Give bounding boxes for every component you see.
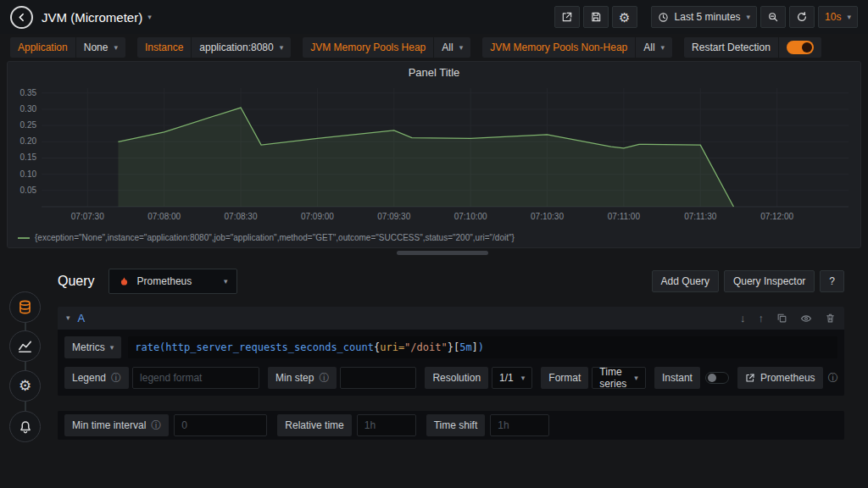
resolution-label: Resolution (425, 367, 488, 389)
y-tick-label: 0.25 (20, 120, 37, 130)
min-time-interval-input[interactable] (174, 414, 267, 436)
collapse-chevron-down-icon[interactable]: ▾ (66, 314, 70, 322)
queries-tab-content: Query Prometheus ▾ Add Query Query Inspe… (51, 261, 868, 440)
variable-instance-value[interactable]: application:8080▾ (192, 37, 291, 58)
info-icon[interactable]: ⓘ (111, 373, 121, 383)
save-button[interactable] (583, 6, 609, 28)
query-token: ) (478, 341, 484, 353)
tab-general[interactable]: ⚙ (9, 370, 41, 402)
x-tick-label: 07:10:30 (531, 212, 564, 221)
query-token: uri= (380, 341, 404, 353)
grafana-app: JVM (Micrometer) ▾ ⚙ Last 5 minutes ▾ (0, 0, 868, 488)
dashboard-settings-button[interactable]: ⚙ (612, 6, 637, 28)
resolution-select[interactable]: 1/1 ▾ (492, 367, 532, 389)
query-row-a: ▾ A ↓ ↑ (58, 307, 844, 396)
panel-title[interactable]: Panel Title (13, 64, 855, 81)
info-icon[interactable]: ⓘ (151, 420, 161, 430)
info-icon[interactable]: ⓘ (828, 373, 838, 383)
promql-expression-input[interactable]: rate(http_server_requests_seconds_count{… (128, 336, 837, 358)
x-tick-label: 07:12:00 (760, 212, 793, 221)
query-expression: rate(http_server_requests_seconds_count{… (135, 341, 484, 353)
disable-query-eye-icon[interactable] (800, 313, 812, 324)
variable-application-label: Application (10, 37, 75, 58)
add-query-button[interactable]: Add Query (652, 270, 719, 292)
metrics-row: Metrics ▾ rate(http_server_requests_seco… (64, 336, 837, 358)
instant-toggle[interactable] (705, 372, 729, 384)
legend-format-input[interactable] (132, 367, 259, 389)
horizontal-scrollbar[interactable] (397, 251, 488, 255)
min-step-label: Min step ⓘ (268, 367, 337, 389)
relative-time-input[interactable] (357, 414, 416, 436)
y-tick-label: 0.10 (20, 169, 37, 179)
move-query-down-icon[interactable]: ↓ (740, 313, 746, 324)
tab-queries[interactable] (9, 291, 41, 323)
query-row-actions: ↓ ↑ (740, 313, 836, 324)
x-tick-label: 07:11:30 (684, 212, 717, 221)
query-token: } (448, 341, 453, 353)
share-button[interactable] (554, 6, 580, 28)
help-button[interactable]: ? (820, 270, 844, 292)
tab-visualization[interactable] (9, 330, 41, 362)
format-select[interactable]: Time series ▾ (592, 367, 646, 389)
share-icon (561, 11, 573, 23)
time-shift-input[interactable] (490, 414, 549, 436)
graph-icon (17, 338, 33, 354)
variable-nonheap-pools-value[interactable]: All▾ (636, 37, 672, 58)
delete-query-trash-icon[interactable] (825, 313, 836, 324)
query-inspector-button[interactable]: Query Inspector (724, 270, 815, 292)
info-icon[interactable]: ⓘ (319, 373, 329, 383)
clock-icon (658, 12, 669, 23)
refresh-button[interactable] (789, 6, 815, 28)
query-row-header[interactable]: ▾ A ↓ ↑ (58, 307, 844, 330)
query-token: http_server_requests_seconds_count (165, 341, 374, 353)
metrics-dropdown[interactable]: Metrics ▾ (64, 336, 121, 358)
chevron-down-icon: ▾ (114, 44, 118, 52)
query-token: 5m (459, 341, 471, 353)
format-label: Format (541, 367, 588, 389)
refresh-interval-value: 10s (825, 11, 841, 23)
variable-instance: Instance application:8080▾ (137, 37, 291, 58)
legend-label: Legend ⓘ (64, 367, 129, 389)
datasource-chevron-down-icon: ▾ (224, 278, 228, 286)
chevron-down-icon: ▾ (280, 44, 284, 52)
query-row-body: Metrics ▾ rate(http_server_requests_seco… (58, 330, 844, 396)
tab-alert[interactable] (9, 411, 41, 442)
time-range-picker[interactable]: Last 5 minutes ▾ (651, 6, 758, 28)
title-chevron-down-icon[interactable]: ▾ (147, 14, 152, 21)
relative-time-label: Relative time (277, 414, 351, 436)
restart-detection-toggle[interactable] (787, 41, 814, 54)
panel-editor: ⚙ Query Prometheus ▾ Add Query Query Ins… (0, 261, 868, 488)
move-query-up-icon[interactable]: ↑ (759, 313, 765, 324)
min-step-input[interactable] (340, 367, 416, 389)
variable-nonheap-pools: JVM Memory Pools Non-Heap All▾ (482, 37, 672, 58)
chart-legend[interactable]: {exception="None",instance="application:… (13, 233, 855, 242)
back-arrow-icon (16, 12, 27, 23)
legend-series-label[interactable]: {exception="None",instance="application:… (35, 233, 515, 242)
refresh-interval-picker[interactable]: 10s ▾ (818, 6, 858, 28)
chevron-down-icon: ▾ (634, 374, 638, 382)
query-section-title: Query (58, 274, 95, 289)
dashboard-title[interactable]: JVM (Micrometer) (42, 10, 142, 25)
x-tick-label: 07:11:00 (608, 212, 641, 221)
variable-application: Application None▾ (10, 37, 125, 58)
zoom-out-button[interactable] (760, 6, 786, 28)
back-button[interactable] (10, 6, 33, 29)
restart-detection-control: Restart Detection (684, 37, 821, 58)
metrics-chevron-down-icon: ▾ (110, 344, 114, 352)
variable-heap-pools-value[interactable]: All▾ (434, 37, 470, 58)
chart-area[interactable]: 0.050.100.150.200.250.300.3507:07:3007:0… (13, 81, 855, 232)
chevron-down-icon: ▾ (661, 44, 665, 52)
x-tick-label: 07:09:00 (301, 212, 334, 221)
refresh-icon (796, 11, 808, 23)
query-ref-id: A (78, 312, 86, 324)
duplicate-query-icon[interactable] (776, 313, 787, 324)
datasource-picker[interactable]: Prometheus ▾ (108, 269, 237, 294)
variable-application-value[interactable]: None▾ (76, 37, 125, 58)
variable-nonheap-pools-label: JVM Memory Pools Non-Heap (482, 37, 635, 58)
x-tick-label: 07:10:00 (454, 212, 487, 221)
x-tick-label: 07:08:00 (147, 212, 181, 221)
datasource-link-chip[interactable]: Prometheus (737, 367, 823, 389)
y-tick-label: 0.20 (20, 136, 37, 146)
legend-series-marker (18, 237, 30, 239)
gear-icon: ⚙ (19, 379, 31, 393)
